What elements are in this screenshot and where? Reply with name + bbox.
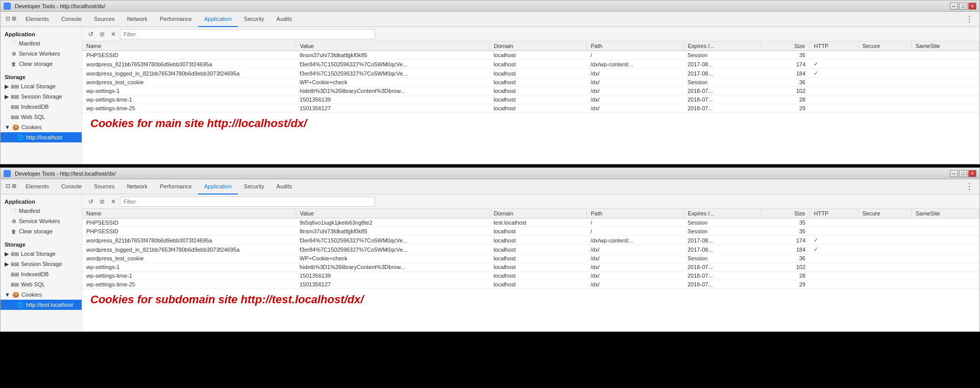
th-expires-1[interactable]: Expires /... xyxy=(683,41,761,51)
tab-elements-1[interactable]: Elements xyxy=(19,12,55,27)
cell-samesite xyxy=(912,78,979,87)
sidebar-item-websql-2[interactable]: ⊞⊞ Web SQL xyxy=(1,279,82,289)
reload-btn-2[interactable]: ↺ xyxy=(86,197,95,206)
sidebar-group-localstorage-1[interactable]: ▶ ⊞⊞ Local Storage xyxy=(1,81,82,91)
th-name-1[interactable]: Name xyxy=(82,41,296,51)
reload-btn-1[interactable]: ↺ xyxy=(86,30,95,39)
sidebar-group-sessionstorage-1[interactable]: ▶ ⊞⊞ Session Storage xyxy=(1,91,82,102)
tab-sources-2[interactable]: Sources xyxy=(88,179,120,195)
table-row[interactable]: wp-settings-time-25 1501356127 localhost… xyxy=(82,104,979,113)
th-name-2[interactable]: Name xyxy=(82,209,296,219)
tab-performance-2[interactable]: Performance xyxy=(154,179,198,195)
tab-console-2[interactable]: Console xyxy=(55,179,88,195)
tab-audits-1[interactable]: Audits xyxy=(271,12,299,27)
cell-size: 184 xyxy=(761,69,810,78)
th-expires-2[interactable]: Expires /... xyxy=(683,209,761,219)
table-row[interactable]: PHPSESSID 9s5q6vo1iugk1jkeib63ng8te2 tes… xyxy=(82,219,979,227)
th-samesite-2[interactable]: SameSite xyxy=(912,209,979,219)
sidebar-item-websql-1[interactable]: ⊞⊞ Web SQL xyxy=(1,112,82,122)
close-btn-1[interactable]: ✕ xyxy=(968,3,976,10)
sidebar-group-cookies-2[interactable]: ▼ 🍪 Cookies xyxy=(1,289,82,300)
sidebar-group-sessionstorage-2[interactable]: ▶ ⊞⊞ Session Storage xyxy=(1,259,82,269)
table-row[interactable]: wp-settings-1 hidetb%3D1%26libraryConten… xyxy=(82,87,979,95)
th-samesite-1[interactable]: SameSite xyxy=(912,41,979,51)
tab-network-1[interactable]: Network xyxy=(121,12,154,27)
sidebar-item-indexeddb-1[interactable]: ⊞⊞ IndexedDB xyxy=(1,102,82,112)
filter-input-2[interactable] xyxy=(120,197,375,207)
cookies-label-1: Cookies xyxy=(21,124,42,130)
th-http-2[interactable]: HTTP xyxy=(810,209,858,219)
sidebar-item-testlocalhost-2[interactable]: 🌐 http://test.localhost xyxy=(1,300,82,310)
sidebar-item-localhost-1[interactable]: 🌐 http://localhost xyxy=(1,132,82,142)
tab-elements-2[interactable]: Elements xyxy=(19,179,55,195)
th-value-1[interactable]: Value xyxy=(296,41,489,51)
th-path-1[interactable]: Path xyxy=(586,41,683,51)
tab-security-1[interactable]: Security xyxy=(238,12,271,27)
main-layout-1: Application 📄 Manifest ⚙ Service Workers… xyxy=(1,27,979,164)
table-row[interactable]: wordpress_821bb7653f4780b6d9ebb3073f2469… xyxy=(82,60,979,69)
maximize-btn-2[interactable]: □ xyxy=(959,170,967,177)
tab-network-2[interactable]: Network xyxy=(121,179,154,195)
three-dot-menu-1[interactable]: ⋮ xyxy=(961,14,977,24)
stop-btn-2[interactable]: ⊘ xyxy=(97,197,107,206)
table-row[interactable]: wp-settings-1 hidetb%3D1%26libraryConten… xyxy=(82,263,979,272)
sidebar-item-indexeddb-2[interactable]: ⊞⊞ IndexedDB xyxy=(1,269,82,279)
maximize-btn-1[interactable]: □ xyxy=(959,3,967,10)
cell-samesite xyxy=(912,254,979,263)
minimize-btn-2[interactable]: ─ xyxy=(950,170,958,177)
sidebar-item-clearstorage-1[interactable]: 🗑 Clear storage xyxy=(1,59,82,69)
table-row[interactable]: wp-settings-time-1 1501356139 localhost … xyxy=(82,272,979,280)
three-dot-menu-2[interactable]: ⋮ xyxy=(961,182,977,191)
cell-http xyxy=(810,95,858,104)
cell-secure xyxy=(858,60,912,69)
cell-expires: 2018-07... xyxy=(683,263,761,272)
minimize-btn-1[interactable]: ─ xyxy=(950,3,958,10)
filter-input-1[interactable] xyxy=(120,29,375,39)
th-path-2[interactable]: Path xyxy=(586,209,683,219)
table-row[interactable]: wordpress_821bb7653f4780b6d9ebb3073f2469… xyxy=(82,236,979,245)
tab-security-2[interactable]: Security xyxy=(238,179,271,195)
th-secure-2[interactable]: Secure xyxy=(858,209,912,219)
cell-path: /dx/ xyxy=(586,254,683,263)
sidebar-item-manifest-1[interactable]: 📄 Manifest xyxy=(1,38,82,48)
tab-application-2[interactable]: Application xyxy=(198,179,238,195)
sidebar-item-clearstorage-2[interactable]: 🗑 Clear storage xyxy=(1,226,82,236)
sidebar-item-manifest-2[interactable]: 📄 Manifest xyxy=(1,206,82,216)
cell-samesite xyxy=(912,219,979,227)
sidebar-group-cookies-1[interactable]: ▼ 🍪 Cookies xyxy=(1,122,82,132)
th-size-2[interactable]: Size xyxy=(761,209,810,219)
table-row[interactable]: wordpress_logged_in_821bb7653f4780b6d9eb… xyxy=(82,69,979,78)
th-secure-1[interactable]: Secure xyxy=(858,41,912,51)
sidebar-group-localstorage-2[interactable]: ▶ ⊞⊞ Local Storage xyxy=(1,249,82,259)
cell-value: 1501356127 xyxy=(296,104,489,113)
table-row[interactable]: wp-settings-time-25 1501356127 localhost… xyxy=(82,280,979,289)
tab-application-1[interactable]: Application xyxy=(198,12,238,27)
cell-domain: localhost xyxy=(489,263,586,272)
th-domain-2[interactable]: Domain xyxy=(489,209,586,219)
table-row[interactable]: wordpress_test_cookie WP+Cookie+check lo… xyxy=(82,254,979,263)
sidebar-item-serviceworkers-2[interactable]: ⚙ Service Workers xyxy=(1,216,82,226)
th-value-2[interactable]: Value xyxy=(296,209,489,219)
sidebar-item-serviceworkers-1[interactable]: ⚙ Service Workers xyxy=(1,48,82,59)
clear-btn-1[interactable]: ✕ xyxy=(109,30,118,39)
cell-http xyxy=(810,254,858,263)
th-domain-1[interactable]: Domain xyxy=(489,41,586,51)
th-size-1[interactable]: Size xyxy=(761,41,810,51)
table-row[interactable]: wordpress_test_cookie WP+Cookie+check lo… xyxy=(82,78,979,87)
cell-samesite xyxy=(912,51,979,60)
tab-console-1[interactable]: Console xyxy=(55,12,88,27)
tab-audits-2[interactable]: Audits xyxy=(271,179,299,195)
table-row[interactable]: wp-settings-time-1 1501356139 localhost … xyxy=(82,95,979,104)
cell-path: / xyxy=(586,227,683,236)
tab-performance-1[interactable]: Performance xyxy=(154,12,198,27)
stop-btn-1[interactable]: ⊘ xyxy=(97,30,107,39)
tab-sources-1[interactable]: Sources xyxy=(88,12,120,27)
table-row[interactable]: PHPSESSID 8nsm37uhi73fdkatltjjkf0k85 loc… xyxy=(82,227,979,236)
cell-http: ✓ xyxy=(810,236,858,245)
table-row[interactable]: PHPSESSID 8nsm37uhi73fdkatltjjkf0k85 loc… xyxy=(82,51,979,60)
table-row[interactable]: wordpress_logged_in_821bb7653f4780b6d9eb… xyxy=(82,245,979,254)
close-btn-2[interactable]: ✕ xyxy=(968,170,976,177)
th-http-1[interactable]: HTTP xyxy=(810,41,858,51)
expand-icon-localstorage-2: ▶ xyxy=(5,251,9,257)
clear-btn-2[interactable]: ✕ xyxy=(109,197,118,206)
